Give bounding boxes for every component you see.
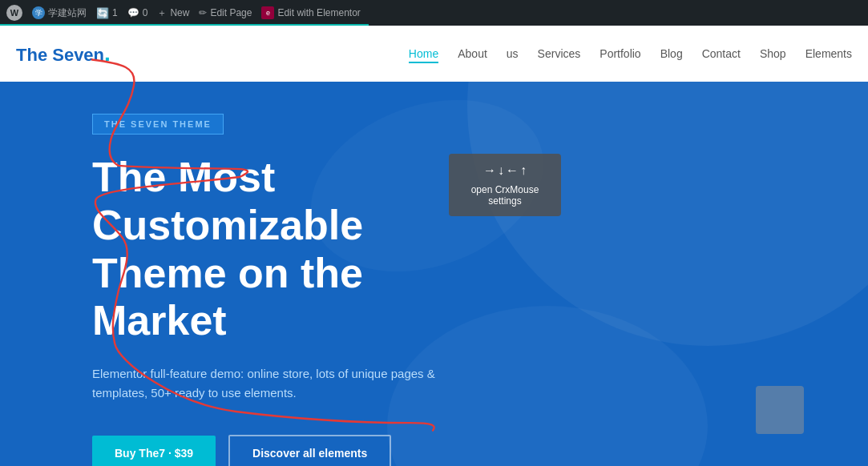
- comment-icon: 💬: [127, 7, 139, 18]
- nav-item-shop[interactable]: Shop: [760, 46, 786, 61]
- admin-bar: W 学 学建站网 🔄 1 💬 0 ＋ New ✏ Edit Page e Edi…: [0, 0, 868, 26]
- nav-item-elements[interactable]: Elements: [805, 46, 852, 61]
- comment-count: 0: [143, 7, 148, 18]
- hero-description: Elementor full-feature demo: online stor…: [92, 364, 477, 403]
- site-logo[interactable]: The Seven.: [16, 41, 111, 66]
- nav-item-blog[interactable]: Blog: [660, 46, 683, 61]
- discover-button[interactable]: Discover all elements: [228, 435, 391, 466]
- plus-icon: ＋: [157, 6, 167, 20]
- site-icon: 学: [32, 6, 45, 19]
- nav-menu: Home About us Services Portfolio Blog Co…: [409, 46, 852, 61]
- elementor-icon: e: [261, 6, 274, 19]
- new-item[interactable]: ＋ New: [157, 6, 189, 20]
- nav-link-home[interactable]: Home: [409, 47, 438, 63]
- crxmouse-label: open CrxMouse settings: [462, 184, 548, 207]
- nav-item-about[interactable]: About: [458, 46, 487, 61]
- nav-link-blog[interactable]: Blog: [660, 47, 683, 60]
- notif-count: 1: [112, 7, 118, 18]
- hero-buttons: Buy The7 · $39 Discover all elements: [92, 435, 868, 466]
- site-name-item[interactable]: 学 学建站网: [32, 6, 87, 20]
- wp-logo-item[interactable]: W: [6, 5, 22, 21]
- logo-text: The Seven: [16, 45, 104, 65]
- nav-item-us[interactable]: us: [507, 46, 519, 61]
- nav-link-elements[interactable]: Elements: [805, 47, 852, 60]
- website-preview: The Seven. Home About us Services Portfo…: [0, 26, 868, 466]
- nav-link-shop[interactable]: Shop: [760, 47, 786, 60]
- comment-item[interactable]: 💬 0: [127, 7, 148, 18]
- logo-dot: .: [104, 41, 111, 66]
- hero-section: THE SEVEN THEME The Most Customizable Th…: [0, 82, 868, 466]
- gray-decorative-box: [756, 386, 804, 434]
- nav-link-about[interactable]: About: [458, 47, 487, 60]
- nav-item-portfolio[interactable]: Portfolio: [600, 46, 640, 61]
- notif-item[interactable]: 🔄 1: [96, 7, 118, 19]
- update-icon: 🔄: [96, 7, 109, 19]
- wordpress-logo-icon: W: [6, 5, 22, 21]
- progress-bar: [0, 24, 369, 26]
- nav-link-us[interactable]: us: [507, 47, 519, 60]
- new-label: New: [170, 7, 189, 18]
- hero-title: The Most Customizable Theme on the Marke…: [92, 154, 493, 345]
- buy-button[interactable]: Buy The7 · $39: [92, 436, 216, 466]
- nav-item-contact[interactable]: Contact: [702, 46, 741, 61]
- nav-link-services[interactable]: Services: [538, 47, 581, 60]
- nav-link-contact[interactable]: Contact: [702, 47, 741, 60]
- site-name-label: 学建站网: [48, 6, 87, 20]
- nav-item-services[interactable]: Services: [538, 46, 581, 61]
- theme-badge: THE SEVEN THEME: [92, 114, 224, 135]
- crxmouse-panel[interactable]: →↓←↑ open CrxMouse settings: [449, 154, 561, 216]
- crxmouse-arrows-icon: →↓←↑: [462, 163, 548, 178]
- edit-page-item[interactable]: ✏ Edit Page: [199, 7, 252, 18]
- edit-elementor-item[interactable]: e Edit with Elementor: [261, 6, 360, 19]
- pencil-icon: ✏: [199, 7, 207, 18]
- nav-link-portfolio[interactable]: Portfolio: [600, 47, 640, 60]
- edit-elementor-label: Edit with Elementor: [277, 7, 360, 18]
- nav-item-home[interactable]: Home: [409, 46, 438, 61]
- edit-page-label: Edit Page: [210, 7, 252, 18]
- site-navigation: The Seven. Home About us Services Portfo…: [0, 26, 868, 82]
